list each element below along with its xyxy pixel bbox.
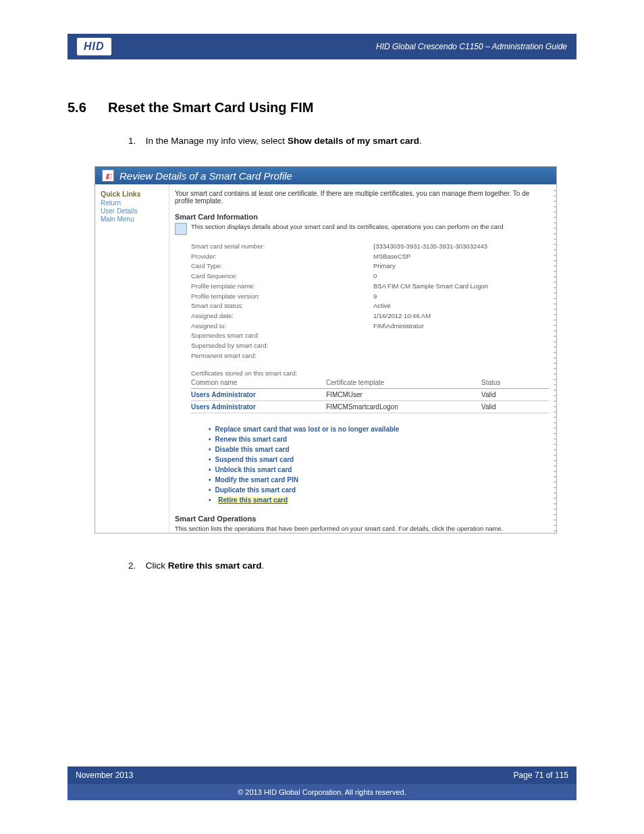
footer-date: November 2013 — [76, 771, 133, 780]
quick-links-sidebar: Quick Links Return User Details Main Men… — [95, 184, 169, 533]
action-suspend[interactable]: •Suspend this smart card — [209, 456, 556, 463]
kv-value — [373, 331, 556, 341]
footer-page: Page 71 of 115 — [514, 771, 568, 780]
action-unblock[interactable]: •Unblock this smart card — [209, 466, 556, 473]
screenshot-panel: ◧ Review Details of a Smart Card Profile… — [95, 166, 557, 533]
step-1-text-c: . — [419, 136, 422, 146]
action-label: Renew this smart card — [215, 436, 288, 443]
kv-row: Card Sequence:0 — [191, 271, 556, 282]
kv-value: FIM\Administrator — [373, 321, 556, 332]
step-2-bold: Retire this smart card — [168, 561, 262, 571]
doc-title: HID Global Crescendo C1150 – Administrat… — [376, 42, 567, 51]
bullet-icon: • — [209, 425, 211, 433]
bullet-icon: • — [209, 496, 211, 504]
kv-row: Profile template version:9 — [191, 292, 556, 302]
section-heading: 5.6Reset the Smart Card Using FIM — [68, 100, 576, 115]
action-label: Duplicate this smart card — [215, 486, 296, 494]
window-icon: ◧ — [102, 170, 114, 182]
sidebar-item-return[interactable]: Return — [101, 199, 163, 207]
section-title-text: Reset the Smart Card Using FIM — [108, 100, 314, 115]
cert-row: Users Administrator FIMCMSmartcardLogon … — [191, 400, 549, 413]
sidebar-item-main-menu[interactable]: Main Menu — [101, 215, 163, 223]
quick-links-heading: Quick Links — [101, 190, 163, 198]
kv-value — [373, 351, 556, 361]
ops-sub-text: This section lists the operations that h… — [175, 525, 556, 532]
col-cert-template: Certificate template — [326, 377, 481, 389]
kv-label: Supersedes smart card: — [191, 331, 373, 341]
sidebar-item-user-details[interactable]: User Details — [101, 207, 163, 215]
cert-common-name[interactable]: Users Administrator — [191, 388, 326, 400]
cert-status: Valid — [481, 400, 549, 413]
cert-status: Valid — [481, 388, 549, 400]
action-disable[interactable]: •Disable this smart card — [209, 446, 556, 453]
action-label: Suspend this smart card — [215, 456, 294, 463]
kv-value: 0 — [373, 271, 556, 282]
action-retire[interactable]: Retire this smart card — [217, 496, 289, 504]
screenshot-title-text: Review Details of a Smart Card Profile — [119, 170, 292, 182]
cert-template: FIMCMSmartcardLogon — [326, 400, 481, 413]
kv-value — [373, 341, 556, 351]
kv-row: Smart card serial number:{33343035-3931-… — [191, 242, 556, 252]
cert-row: Users Administrator FIMCMUser Valid — [191, 388, 549, 400]
kv-row: Supersedes smart card: — [191, 331, 556, 341]
footer-copyright: © 2013 HID Global Corporation. All right… — [68, 784, 576, 800]
kv-label: Smart card status: — [191, 301, 373, 311]
intro-text: Your smart card contains at least one ce… — [175, 190, 556, 205]
kv-value: 1/16/2012 10:46 AM — [373, 311, 556, 321]
action-label: Disable this smart card — [215, 446, 290, 453]
footer-top: November 2013 Page 71 of 115 — [68, 766, 576, 784]
action-duplicate[interactable]: •Duplicate this smart card — [209, 486, 556, 494]
action-modify-pin[interactable]: •Modify the smart card PIN — [209, 476, 556, 484]
screenshot-main: Your smart card contains at least one ce… — [169, 184, 556, 533]
step-2-number: 2. — [128, 561, 143, 571]
info-sub-text: This section displays details about your… — [191, 223, 504, 230]
smartcard-icon — [175, 223, 187, 235]
actions-list: •Replace smart card that was lost or is … — [209, 425, 556, 506]
step-2-text-a: Click — [146, 561, 168, 571]
kv-label: Smart card serial number: — [191, 242, 373, 252]
col-common-name: Common name — [191, 377, 326, 389]
kv-value: MSBaseCSP — [373, 252, 556, 262]
kv-row: Provider:MSBaseCSP — [191, 252, 556, 262]
kv-value: 9 — [373, 292, 556, 302]
step-1: 1. In the Manage my info view, select Sh… — [128, 136, 576, 146]
kv-label: Assigned to: — [191, 321, 373, 332]
hid-logo: HID — [77, 38, 111, 55]
kv-label: Profile template version: — [191, 292, 373, 302]
info-sub-row: This section displays details about your… — [175, 223, 556, 235]
step-2: 2. Click Retire this smart card. — [128, 561, 576, 571]
action-renew[interactable]: •Renew this smart card — [209, 436, 556, 443]
action-label: Replace smart card that was lost or is n… — [215, 425, 400, 433]
smart-card-ops-heading: Smart Card Operations — [175, 515, 556, 523]
cert-common-name[interactable]: Users Administrator — [191, 400, 326, 413]
certs-stored-label: Certificates stored on this smart card: — [191, 369, 556, 377]
kv-value: {33343035-3931-3135-3931-303032443 — [373, 242, 556, 252]
kv-label: Superseded by smart card: — [191, 341, 373, 351]
kv-table: Smart card serial number:{33343035-3931-… — [191, 242, 556, 361]
doc-footer: November 2013 Page 71 of 115 © 2013 HID … — [68, 766, 576, 800]
kv-value: Active — [373, 301, 556, 311]
step-1-number: 1. — [128, 136, 143, 146]
kv-label: Permanent smart card: — [191, 351, 373, 361]
kv-label: Provider: — [191, 252, 373, 262]
kv-label: Assigned date: — [191, 311, 373, 321]
action-label: Unblock this smart card — [215, 466, 292, 473]
step-1-text-a: In the Manage my info view, select — [146, 136, 288, 146]
action-retire-wrapper[interactable]: • Retire this smart card — [209, 496, 556, 506]
kv-label: Card Type: — [191, 261, 373, 271]
kv-row: Assigned date:1/16/2012 10:46 AM — [191, 311, 556, 321]
kv-row: Permanent smart card: — [191, 351, 556, 361]
action-replace[interactable]: •Replace smart card that was lost or is … — [209, 425, 556, 433]
kv-row: Assigned to:FIM\Administrator — [191, 321, 556, 332]
kv-row: Profile template name:BSA FIM CM Sample … — [191, 282, 556, 292]
action-label: Modify the smart card PIN — [215, 476, 298, 484]
cert-template: FIMCMUser — [326, 388, 481, 400]
bullet-icon: • — [209, 466, 211, 473]
kv-label: Profile template name: — [191, 282, 373, 292]
kv-row: Superseded by smart card: — [191, 341, 556, 351]
kv-row: Card Type:Primary — [191, 261, 556, 271]
bullet-icon: • — [209, 446, 211, 453]
bullet-icon: • — [209, 486, 211, 494]
certs-header-row: Common name Certificate template Status — [191, 377, 549, 389]
intro-line1: Your smart card contains at least one ce… — [175, 190, 529, 197]
